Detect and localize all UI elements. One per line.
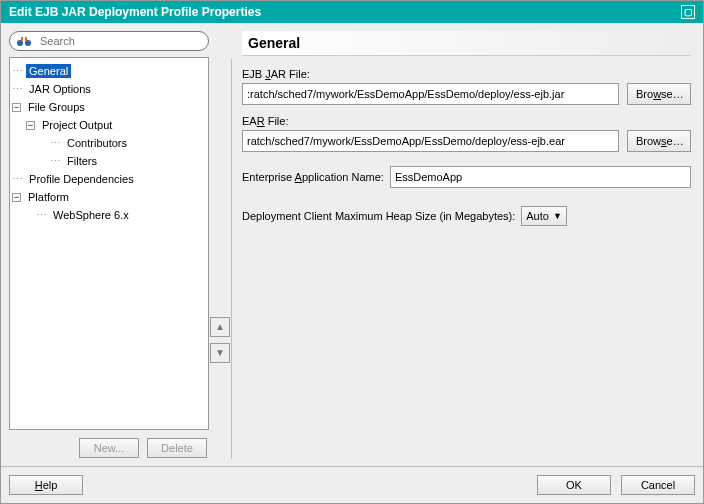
cancel-button[interactable]: Cancel <box>621 475 695 495</box>
nav-tree[interactable]: ⋯ General ⋯ JAR Options − File Groups − … <box>9 57 209 430</box>
ear-file-input[interactable] <box>242 130 619 152</box>
tree-item-contributors[interactable]: ⋯ Contributors <box>12 134 206 152</box>
heap-size-label: Deployment Client Maximum Heap Size (in … <box>242 210 515 222</box>
vertical-divider <box>231 59 232 458</box>
tree-item-filters[interactable]: ⋯ Filters <box>12 152 206 170</box>
tree-item-general[interactable]: ⋯ General <box>12 62 206 80</box>
search-box[interactable] <box>9 31 209 51</box>
ejb-jar-label: EJB JAR File: <box>242 68 691 80</box>
ear-file-label: EAR File: <box>242 115 691 127</box>
tree-item-jar-options[interactable]: ⋯ JAR Options <box>12 80 206 98</box>
maximize-icon[interactable]: ▢ <box>681 5 695 19</box>
section-heading: General <box>242 31 691 56</box>
main-panel: General EJB JAR File: Browse… EAR File: … <box>238 31 695 458</box>
window-title: Edit EJB JAR Deployment Profile Properti… <box>9 5 261 19</box>
svg-rect-2 <box>21 37 23 41</box>
search-input[interactable] <box>38 34 202 48</box>
collapse-icon[interactable]: − <box>26 121 35 130</box>
app-name-label: Enterprise Application Name: <box>242 171 384 183</box>
left-panel: ⋯ General ⋯ JAR Options − File Groups − … <box>9 31 209 458</box>
dialog-window: Edit EJB JAR Deployment Profile Properti… <box>0 0 704 504</box>
scroll-up-button[interactable]: ▲ <box>210 317 230 337</box>
app-name-input[interactable] <box>390 166 691 188</box>
title-bar: Edit EJB JAR Deployment Profile Properti… <box>1 1 703 23</box>
binoculars-icon <box>16 34 32 48</box>
heap-size-dropdown[interactable]: Auto ▼ <box>521 206 567 226</box>
scroll-controls: ▲ ▼ <box>209 31 231 458</box>
scroll-down-button[interactable]: ▼ <box>210 343 230 363</box>
delete-button[interactable]: Delete <box>147 438 207 458</box>
chevron-down-icon: ▼ <box>553 211 562 221</box>
collapse-icon[interactable]: − <box>12 103 21 112</box>
new-button[interactable]: New... <box>79 438 139 458</box>
help-button[interactable]: Help <box>9 475 83 495</box>
tree-item-websphere[interactable]: ⋯ WebSphere 6.x <box>12 206 206 224</box>
collapse-icon[interactable]: − <box>12 193 21 202</box>
browse-ear-button[interactable]: Browse… <box>627 130 691 152</box>
ok-button[interactable]: OK <box>537 475 611 495</box>
ejb-jar-file-input[interactable] <box>242 83 619 105</box>
tree-item-platform[interactable]: − Platform <box>12 188 206 206</box>
browse-ejb-button[interactable]: Browse… <box>627 83 691 105</box>
tree-item-project-output[interactable]: − Project Output <box>12 116 206 134</box>
tree-item-profile-dependencies[interactable]: ⋯ Profile Dependencies <box>12 170 206 188</box>
svg-rect-3 <box>25 37 27 41</box>
tree-item-file-groups[interactable]: − File Groups <box>12 98 206 116</box>
